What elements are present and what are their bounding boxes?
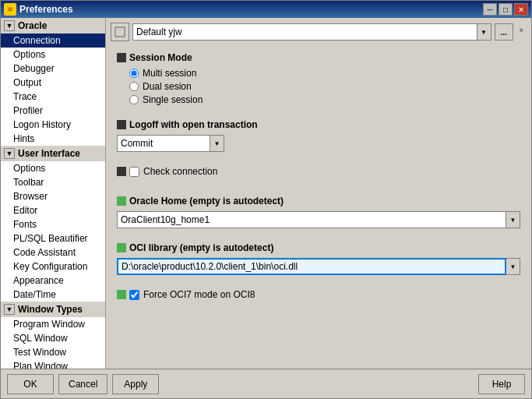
oracle-home-select-arrow[interactable]: ▼ [506, 211, 520, 228]
sidebar-item-test-window[interactable]: Test Window [1, 345, 105, 359]
sidebar-item-hints[interactable]: Hints [1, 132, 105, 146]
radio-single-session-label: Single session [143, 94, 203, 105]
force-oci7-header: Force OCI7 mode on OCI8 [117, 289, 520, 300]
sidebar-item-options-ui[interactable]: Options [1, 161, 105, 175]
logoff-header: Logoff with open transaction [117, 119, 520, 130]
check-connection-row[interactable]: Check connection [129, 166, 217, 177]
sidebar-item-code-assistant[interactable]: Code Assistant [1, 245, 105, 260]
oci-library-indicator [117, 243, 126, 252]
ui-section-label: User Interface [18, 148, 80, 159]
logoff-section: Logoff with open transaction Commit Roll… [111, 115, 527, 157]
sidebar-item-program-window[interactable]: Program Window [1, 317, 105, 331]
sidebar-item-toolbar[interactable]: Toolbar [1, 175, 105, 189]
sidebar-item-browser[interactable]: Browser [1, 189, 105, 203]
logoff-select-arrow[interactable]: ▼ [210, 135, 224, 152]
check-connection-section: Check connection [111, 161, 527, 186]
force-oci7-checkbox[interactable] [129, 290, 139, 300]
svg-point-1 [8, 7, 12, 12]
check-connection-header: Check connection [117, 166, 520, 177]
profile-combo-input[interactable] [132, 23, 477, 41]
window-controls: ─ □ ✕ [483, 3, 528, 16]
sidebar-item-key-configuration[interactable]: Key Configuration [1, 260, 105, 274]
main-content: ▼ Oracle Connection Options Debugger Out… [1, 18, 531, 369]
oracle-home-title: Oracle Home (empty is autodetect) [129, 196, 284, 207]
sidebar-item-debugger[interactable]: Debugger [1, 62, 105, 76]
sidebar-item-date-time[interactable]: Date/Time [1, 288, 105, 302]
logoff-select-row: Commit Rollback Ask ▼ [117, 135, 520, 152]
session-mode-header: Session Mode [117, 52, 520, 63]
force-oci7-indicator [117, 290, 126, 299]
sidebar-item-appearance[interactable]: Appearance [1, 274, 105, 288]
session-mode-title: Session Mode [129, 52, 192, 63]
radio-dual-session-label: Dual sesion [143, 81, 192, 92]
oracle-section-label: Oracle [18, 20, 47, 31]
radio-dual-session[interactable]: Dual sesion [129, 81, 520, 92]
sidebar-item-trace[interactable]: Trace [1, 90, 105, 104]
windowtypes-section-label: Window Types [18, 304, 83, 315]
sidebar-section-user-interface[interactable]: ▼ User Interface [1, 146, 105, 161]
svg-rect-3 [116, 28, 124, 32]
windowtypes-expand-icon: ▼ [4, 304, 15, 315]
window-icon [4, 3, 16, 16]
toolbar-icon-button[interactable] [111, 23, 129, 41]
sidebar-item-sql-window[interactable]: SQL Window [1, 331, 105, 345]
sidebar-item-connection[interactable]: Connection [1, 34, 105, 48]
session-mode-section: Session Mode Multi session Dual sesion S… [111, 48, 527, 110]
oracle-home-indicator [117, 196, 126, 206]
radio-single-session-input[interactable] [129, 95, 139, 104]
window-title: Preferences [19, 4, 483, 15]
oci-library-select-arrow[interactable]: ▼ [506, 258, 520, 275]
radio-multi-session[interactable]: Multi session [129, 68, 520, 79]
minimize-button[interactable]: ─ [483, 3, 497, 16]
main-panel: ▼ ... * Session Mode Multi session [106, 18, 531, 369]
sidebar-item-output[interactable]: Output [1, 76, 105, 90]
apply-button[interactable]: Apply [112, 374, 159, 394]
profile-combo-arrow[interactable]: ▼ [477, 23, 491, 41]
left-buttons: OK Cancel Apply [7, 374, 159, 394]
profile-combo-container: ▼ [132, 23, 491, 41]
more-button[interactable]: ... [495, 23, 513, 41]
bottom-bar: OK Cancel Apply Help [1, 369, 531, 398]
sidebar-item-fonts[interactable]: Fonts [1, 217, 105, 231]
oracle-home-select[interactable]: OraClient10g_home1 [117, 211, 506, 228]
sidebar-section-window-types[interactable]: ▼ Window Types [1, 302, 105, 317]
logoff-indicator [117, 120, 126, 129]
toolbar-row: ▼ ... * [111, 23, 527, 41]
check-connection-label: Check connection [143, 166, 217, 177]
oci-library-input[interactable] [117, 258, 506, 275]
help-button[interactable]: Help [478, 374, 525, 394]
session-mode-radio-group: Multi session Dual sesion Single session [117, 68, 520, 105]
cancel-button[interactable]: Cancel [58, 374, 107, 394]
oracle-home-section: Oracle Home (empty is autodetect) OraCli… [111, 191, 527, 233]
logoff-select[interactable]: Commit Rollback Ask [117, 135, 210, 152]
force-oci7-label: Force OCI7 mode on OCI8 [143, 289, 255, 300]
oci-library-section: OCI library (empty is autodetect) ▼ [111, 238, 527, 280]
preferences-window: Preferences ─ □ ✕ ▼ Oracle Connection Op… [0, 0, 532, 399]
logoff-title: Logoff with open transaction [129, 119, 258, 130]
sidebar-item-editor[interactable]: Editor [1, 203, 105, 217]
sidebar-item-plan-window[interactable]: Plan Window [1, 359, 105, 369]
force-oci7-section: Force OCI7 mode on OCI8 [111, 284, 527, 309]
sidebar-item-options-oracle[interactable]: Options [1, 48, 105, 62]
sidebar-item-profiler[interactable]: Profiler [1, 104, 105, 118]
radio-multi-session-input[interactable] [129, 69, 139, 78]
sidebar-item-logon-history[interactable]: Logon History [1, 118, 105, 132]
sidebar-item-plsql-beautifier[interactable]: PL/SQL Beautifier [1, 231, 105, 245]
radio-multi-session-label: Multi session [143, 68, 196, 79]
radio-single-session[interactable]: Single session [129, 94, 520, 105]
close-button[interactable]: ✕ [514, 3, 528, 16]
check-connection-indicator [117, 167, 126, 176]
star-label: * [516, 26, 527, 38]
check-connection-checkbox[interactable] [129, 167, 139, 177]
sidebar: ▼ Oracle Connection Options Debugger Out… [1, 18, 106, 369]
ui-expand-icon: ▼ [4, 148, 15, 159]
force-oci7-row[interactable]: Force OCI7 mode on OCI8 [129, 289, 255, 300]
oci-library-header: OCI library (empty is autodetect) [117, 242, 520, 253]
sidebar-section-oracle[interactable]: ▼ Oracle [1, 18, 105, 34]
svg-rect-4 [116, 33, 124, 36]
oracle-home-select-row: OraClient10g_home1 ▼ [117, 211, 520, 228]
oci-library-select-row: ▼ [117, 258, 520, 275]
ok-button[interactable]: OK [7, 374, 54, 394]
maximize-button[interactable]: □ [499, 3, 513, 16]
radio-dual-session-input[interactable] [129, 82, 139, 91]
